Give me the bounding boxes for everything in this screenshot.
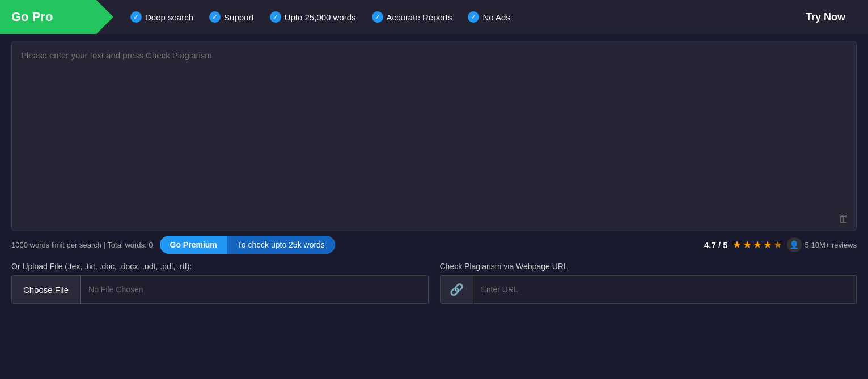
choose-file-button[interactable]: Choose File xyxy=(12,276,81,303)
feature-no-ads-label: No Ads xyxy=(482,12,510,22)
go-pro-label: Go Pro xyxy=(11,10,53,24)
word-limit-text: 1000 words limit per search | Total word… xyxy=(11,241,153,249)
no-file-text: No File Chosen xyxy=(81,276,427,303)
check-icon-no-ads: ✓ xyxy=(468,11,479,23)
feature-deep-search-label: Deep search xyxy=(145,12,193,22)
check-upto-label: To check upto 25k words xyxy=(227,236,335,254)
file-upload-area: Or Upload File (.tex, .txt, .doc, .docx,… xyxy=(11,262,429,304)
star-5: ★ xyxy=(773,239,782,251)
feature-reports: ✓ Accurate Reports xyxy=(372,11,452,23)
feature-no-ads: ✓ No Ads xyxy=(468,11,510,23)
rating-section: 4.7 / 5 ★ ★ ★ ★ ★ 👤 5.10M+ reviews xyxy=(704,237,857,252)
go-pro-badge[interactable]: Go Pro xyxy=(0,0,113,34)
check-icon-deep-search: ✓ xyxy=(130,11,142,23)
reviews-label: 5.10M+ reviews xyxy=(805,241,857,249)
rating-value: 4.7 / 5 xyxy=(704,240,728,250)
url-check-label: Check Plagiarism via Webpage URL xyxy=(440,262,857,271)
url-input[interactable] xyxy=(473,276,857,303)
user-icon: 👤 xyxy=(787,237,802,252)
link-icon: 🔗 xyxy=(450,283,464,296)
feature-words-label: Upto 25,000 words xyxy=(285,12,356,22)
go-premium-button[interactable]: Go Premium xyxy=(160,236,227,254)
url-input-row: 🔗 xyxy=(440,275,857,304)
pro-features-list: ✓ Deep search ✓ Support ✓ Upto 25,000 wo… xyxy=(113,11,783,23)
pro-banner: Go Pro ✓ Deep search ✓ Support ✓ Upto 25… xyxy=(0,0,868,34)
feature-support: ✓ Support xyxy=(209,11,254,23)
url-check-area: Check Plagiarism via Webpage URL 🔗 xyxy=(440,262,857,304)
url-icon-box: 🔗 xyxy=(441,276,473,303)
text-area-container: 🗑 xyxy=(11,41,857,231)
feature-deep-search: ✓ Deep search xyxy=(130,11,193,23)
upload-section: Or Upload File (.tex, .txt, .doc, .docx,… xyxy=(11,262,857,304)
check-icon-support: ✓ xyxy=(209,11,221,23)
star-3: ★ xyxy=(753,239,762,251)
check-icon-words: ✓ xyxy=(270,11,281,23)
reviews-count: 👤 5.10M+ reviews xyxy=(787,237,857,252)
feature-words: ✓ Upto 25,000 words xyxy=(270,11,356,23)
premium-button-group[interactable]: Go Premium To check upto 25k words xyxy=(160,236,335,254)
star-rating: ★ ★ ★ ★ ★ xyxy=(732,239,782,251)
plagiarism-text-input[interactable] xyxy=(12,41,856,228)
star-2: ★ xyxy=(743,239,752,251)
feature-reports-label: Accurate Reports xyxy=(387,12,452,22)
feature-support-label: Support xyxy=(224,12,254,22)
clear-icon[interactable]: 🗑 xyxy=(838,212,849,225)
file-input-row: Choose File No File Chosen xyxy=(11,275,429,304)
star-1: ★ xyxy=(732,239,742,251)
check-icon-reports: ✓ xyxy=(372,11,383,23)
main-content: 🗑 1000 words limit per search | Total wo… xyxy=(0,34,868,310)
bottom-bar: 1000 words limit per search | Total word… xyxy=(11,236,857,254)
star-4: ★ xyxy=(763,239,772,251)
upload-label: Or Upload File (.tex, .txt, .doc, .docx,… xyxy=(11,262,429,271)
try-now-button[interactable]: Try Now xyxy=(783,11,868,23)
